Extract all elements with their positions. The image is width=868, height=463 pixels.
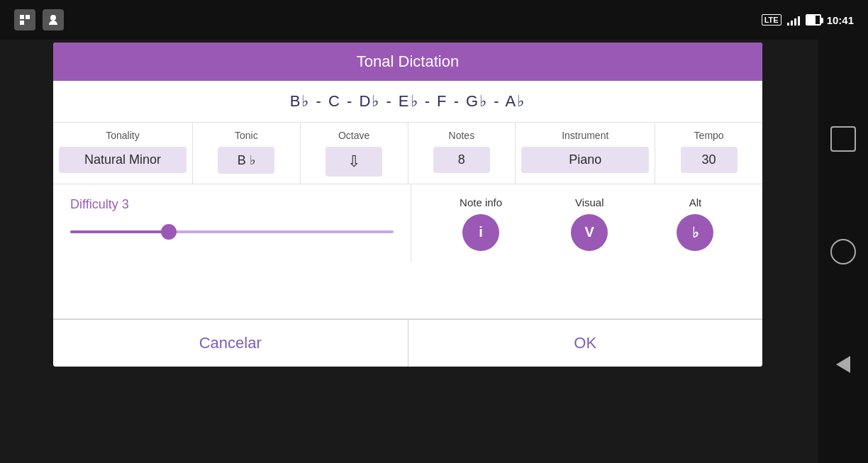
home-button[interactable]	[830, 239, 856, 264]
difficulty-slider[interactable]	[70, 223, 394, 240]
alt-control: Alt ♭	[677, 196, 713, 251]
status-bar-left	[14, 9, 64, 30]
tempo-label: Tempo	[694, 130, 724, 141]
dialog-title: Tonal Dictation	[53, 43, 762, 81]
main-dialog: Tonal Dictation B♭ - C - D♭ - E♭ - F - G…	[53, 43, 762, 367]
note-info-control: Note info i	[460, 196, 502, 251]
alt-label: Alt	[689, 196, 702, 208]
scale-display: B♭ - C - D♭ - E♭ - F - G♭ - A♭	[53, 81, 762, 123]
svg-rect-0	[20, 15, 24, 19]
instrument-value: Piano	[521, 147, 649, 173]
octave-value: ⇩	[326, 147, 382, 177]
svg-point-3	[50, 15, 56, 21]
tonic-value: B ♭	[218, 147, 274, 174]
square-button[interactable]	[830, 126, 856, 152]
octave-cell[interactable]: Octave ⇩	[301, 123, 408, 184]
svg-rect-2	[20, 21, 24, 25]
slider-thumb[interactable]	[161, 224, 177, 240]
slider-track	[70, 230, 394, 233]
visual-label: Visual	[575, 196, 604, 208]
difficulty-section: Difficulty 3	[53, 184, 411, 262]
tempo-value: 30	[681, 147, 738, 173]
status-bar: LTE 10:41	[0, 0, 868, 40]
svg-rect-1	[26, 15, 30, 19]
tonality-label: Tonality	[106, 130, 139, 141]
nav-buttons	[818, 40, 868, 463]
notes-cell[interactable]: Notes 8	[408, 123, 516, 184]
tempo-cell[interactable]: Tempo 30	[655, 123, 762, 184]
note-info-label: Note info	[460, 196, 502, 208]
controls-section: Note info i Visual V Alt ♭	[411, 184, 763, 262]
visual-control: Visual V	[571, 196, 608, 251]
difficulty-title: Difficulty 3	[70, 197, 394, 212]
tonic-cell[interactable]: Tonic B ♭	[193, 123, 301, 184]
status-bar-right: LTE 10:41	[762, 14, 854, 26]
clock: 10:41	[827, 14, 854, 26]
app-icon-1	[14, 9, 35, 30]
ok-button[interactable]: OK	[408, 320, 763, 367]
bottom-section: Difficulty 3 Note info i Visual V Alt ♭	[53, 184, 762, 262]
tonality-cell[interactable]: Tonality Natural Minor	[53, 123, 193, 184]
footer: Cancelar OK	[53, 319, 762, 367]
signal-icon	[787, 14, 800, 26]
battery-icon	[806, 14, 821, 26]
tonality-value: Natural Minor	[59, 147, 187, 173]
empty-area	[53, 262, 762, 319]
note-info-button[interactable]: i	[462, 214, 499, 251]
settings-row: Tonality Natural Minor Tonic B ♭ Octave …	[53, 123, 762, 184]
notes-label: Notes	[449, 130, 475, 141]
back-button[interactable]	[830, 352, 856, 377]
instrument-label: Instrument	[562, 130, 608, 141]
visual-button[interactable]: V	[571, 214, 608, 251]
tonic-label: Tonic	[235, 130, 258, 141]
notes-value: 8	[433, 147, 490, 173]
slider-fill	[70, 230, 167, 233]
lte-icon: LTE	[762, 14, 781, 26]
alt-button[interactable]: ♭	[677, 214, 713, 251]
octave-label: Octave	[338, 130, 369, 141]
instrument-cell[interactable]: Instrument Piano	[516, 123, 655, 184]
cancel-button[interactable]: Cancelar	[53, 320, 408, 367]
app-icon-2	[43, 9, 64, 30]
